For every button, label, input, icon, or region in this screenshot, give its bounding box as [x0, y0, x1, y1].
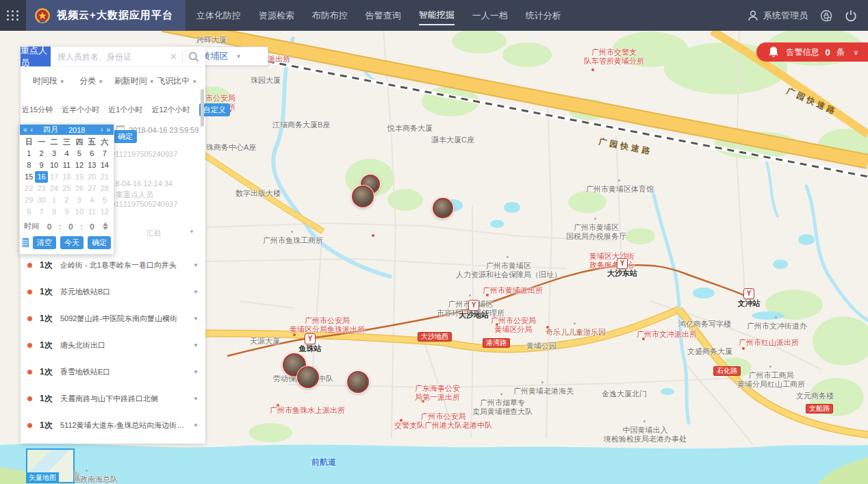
calendar-cell[interactable]: 2 [60, 194, 73, 206]
calendar-cell[interactable]: 6 [23, 206, 35, 218]
filter-4[interactable]: 飞识比中▼ [156, 75, 199, 87]
calendar-cell[interactable]: 23 [35, 183, 47, 194]
calendar-cell[interactable]: 9 [60, 206, 73, 218]
calendar-cell[interactable]: 17 [48, 171, 60, 183]
chevron-down-icon[interactable]: ▼ [193, 342, 199, 348]
filter-2[interactable]: 分类▼ [71, 75, 114, 87]
scrollbar[interactable] [201, 89, 204, 127]
confirm-button[interactable]: 确定 [114, 130, 137, 143]
calendar-cell[interactable]: 7 [99, 148, 111, 160]
date-to-input[interactable]: 2018-04-16 23:59:59 [129, 126, 199, 134]
menu-item-1[interactable]: 立体化防控 [196, 7, 241, 25]
metro-station-大沙东站[interactable]: Y大沙东站 [617, 258, 628, 269]
calendar-cell[interactable]: 1 [48, 194, 60, 206]
quick-range-1[interactable]: 近15分钟 [22, 105, 53, 115]
next-year-icon[interactable]: » [106, 125, 110, 135]
calendar-month[interactable]: 四月 [43, 125, 58, 135]
minimap[interactable]: 矢量地图 [26, 448, 75, 483]
chevron-down-icon[interactable]: ▼ [193, 369, 199, 375]
clear-button[interactable]: 清空 [33, 236, 56, 249]
calendar-grid-icon[interactable] [23, 238, 29, 247]
alert-banner[interactable]: 告警信息 0 条 ∨ [756, 42, 868, 62]
quick-range-2[interactable]: 近半个小时 [62, 105, 99, 115]
list-item-2[interactable]: 1次苏元地铁站B口▼ [21, 279, 205, 305]
face-marker-6[interactable] [347, 371, 369, 393]
list-item-5[interactable]: 1次香雪地铁站E口▼ [21, 359, 205, 385]
calendar-cell[interactable]: 3 [48, 148, 60, 160]
ok-button[interactable]: 确定 [88, 236, 111, 249]
menu-item-5[interactable]: 智能挖掘 [419, 6, 455, 25]
list-item-1[interactable]: 1次企岭街 - 北1巷枣岭东一巷口向井头▼ [21, 252, 205, 279]
calendar-cell[interactable]: 21 [99, 171, 111, 183]
clear-icon[interactable]: ✕ [170, 51, 177, 62]
calendar-cell[interactable]: 6 [86, 148, 98, 160]
metro-station-鱼珠站[interactable]: Y鱼珠站 [305, 333, 316, 344]
calendar-cell[interactable]: 16 [35, 171, 47, 183]
metro-station-文冲站[interactable]: Y文冲站 [743, 288, 754, 299]
calendar-cell[interactable]: 2 [35, 148, 47, 160]
next-month-icon[interactable]: › [101, 125, 103, 135]
calendar-cell[interactable]: 28 [99, 183, 111, 194]
quick-range-3[interactable]: 近1个小时 [108, 105, 142, 115]
calendar-cell[interactable]: 4 [86, 194, 98, 206]
minimap-expander[interactable] [74, 470, 80, 481]
calendar-cell[interactable]: 13 [86, 160, 98, 171]
menu-item-4[interactable]: 告警查询 [366, 7, 401, 25]
app-grid-button[interactable] [0, 0, 26, 31]
list-item-6[interactable]: 1次天麓南路与山下中路路口北侧▼ [21, 385, 205, 412]
today-button[interactable]: 今天 [60, 236, 84, 249]
calendar-cell[interactable]: 5 [73, 148, 86, 160]
metro-station-大沙地站[interactable]: Y大沙地站 [468, 300, 479, 311]
menu-item-3[interactable]: 布防布控 [312, 7, 348, 25]
search-icon[interactable] [188, 51, 200, 63]
time-value[interactable]: 0 : 0 : 0 [47, 222, 97, 231]
calendar-cell[interactable]: 8 [48, 206, 60, 218]
calendar-cell[interactable]: 26 [73, 183, 86, 194]
chevron-down-icon[interactable]: ▼ [193, 289, 199, 295]
prev-month-icon[interactable]: ‹ [31, 125, 33, 135]
chevron-down-icon[interactable]: ▼ [193, 316, 199, 322]
search-input[interactable] [56, 51, 165, 62]
chevron-down-icon[interactable]: ▼ [193, 396, 199, 402]
power-icon[interactable] [845, 10, 857, 22]
calendar-cell[interactable]: 27 [86, 183, 98, 194]
filter-3[interactable]: 刷新时间▼ [113, 75, 156, 87]
calendar-cell[interactable]: 30 [35, 194, 47, 206]
calendar-cell[interactable]: 10 [73, 206, 86, 218]
list-item-7[interactable]: 1次5112黄埔大道东-鱼珠总站向海边街（全）▼ [21, 412, 205, 439]
quick-range-4[interactable]: 近12个小时 [151, 105, 190, 115]
calendar-cell[interactable]: 24 [48, 183, 60, 194]
calendar-cell[interactable]: 1 [23, 148, 35, 160]
filter-1[interactable]: 时间段▼ [27, 75, 71, 87]
calendar-cell[interactable]: 7 [35, 206, 47, 218]
calendar-cell[interactable]: 29 [23, 194, 35, 206]
time-stepper[interactable] [103, 222, 108, 230]
calendar-cell[interactable]: 11 [86, 206, 98, 218]
face-marker-2[interactable] [352, 186, 374, 207]
calendar-cell[interactable]: 10 [48, 160, 60, 171]
prev-year-icon[interactable]: « [23, 125, 27, 135]
chevron-down-icon[interactable]: ▼ [193, 422, 199, 429]
security-settings-icon[interactable] [820, 10, 832, 22]
menu-item-7[interactable]: 统计分析 [526, 7, 561, 25]
calendar-cell[interactable]: 22 [23, 183, 35, 194]
calendar-cell[interactable]: 5 [99, 194, 111, 206]
face-marker-3[interactable] [433, 198, 453, 218]
calendar-cell[interactable]: 4 [60, 148, 73, 160]
calendar-cell[interactable]: 3 [73, 194, 86, 206]
calendar-cell[interactable]: 12 [99, 206, 111, 218]
list-item-3[interactable]: 1次5092蟹山路-中医院东南向蟹山横街▼ [21, 305, 205, 332]
chevron-down-icon[interactable]: ▼ [193, 262, 199, 268]
calendar-cell[interactable]: 8 [23, 160, 35, 171]
calendar-cell[interactable]: 20 [86, 171, 98, 183]
calendar-cell[interactable]: 14 [99, 160, 111, 171]
user-menu[interactable]: 系统管理员 [747, 10, 808, 22]
calendar-cell[interactable]: 25 [60, 183, 73, 194]
chevron-down-icon[interactable]: ∨ [854, 49, 858, 56]
calendar-year[interactable]: 2018 [68, 126, 97, 134]
face-marker-5[interactable] [297, 366, 319, 388]
calendar-cell[interactable]: 11 [60, 160, 73, 171]
calendar-cell[interactable]: 15 [23, 171, 35, 183]
tab-key-persons[interactable]: 重点人员 [21, 47, 51, 66]
calendar-cell[interactable]: 12 [73, 160, 86, 171]
